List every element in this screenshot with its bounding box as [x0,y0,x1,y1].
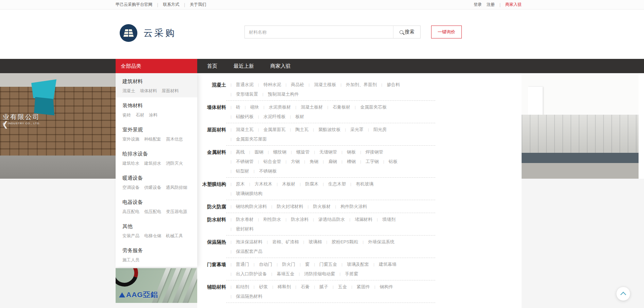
mega-link[interactable]: 混凝土板材 [301,104,323,110]
sidebar-sub-link[interactable]: 消防灭火 [166,161,183,166]
nav-item[interactable]: 商家入驻 [262,59,299,73]
mega-link[interactable]: 砂浆 [259,284,268,289]
logo[interactable]: 云采购 [120,24,176,42]
mega-link[interactable]: 铝板 [389,159,397,164]
mega-link[interactable]: 高线 [236,149,245,155]
mega-link[interactable]: 商品砼 [291,82,304,87]
mega-link[interactable]: 岩棉、矿渣棉 [272,239,299,244]
mega-link[interactable]: 腻子 [319,284,328,289]
sidebar-sub-link[interactable]: 机械工具 [166,233,183,239]
mega-link[interactable]: 水泥类板材 [269,104,291,110]
mega-link[interactable]: 方钢 [291,159,300,164]
login-link[interactable]: 登录 [474,2,482,7]
nav-item[interactable]: 最近上新 [225,59,262,73]
mega-link[interactable]: 建筑幕墙 [379,262,396,267]
sidebar-sub-link[interactable]: 瓷砖 [122,112,131,118]
register-link[interactable]: 注册 [487,2,495,7]
topbar-link[interactable]: 甲己云采购平台官网 [116,2,152,7]
mega-link[interactable]: 窗 [305,262,309,267]
mega-link[interactable]: 圆钢 [255,149,264,155]
mega-link[interactable]: 铝合金管 [264,159,281,164]
mega-link[interactable]: 密封材料 [236,226,254,231]
mega-link[interactable]: 外墙保温系统 [368,239,394,244]
mega-link[interactable]: 陶土瓦 [295,127,309,132]
mega-row-label[interactable]: 屋面材料 [197,125,226,147]
sidebar-sub-link[interactable]: 高压配电 [122,209,139,215]
sidebar-category[interactable]: 电器设备高压配电低压配电变压器电源 [116,194,197,218]
banner-slide-left[interactable]: 业有限公司 AL INDUSTRY CO., LTD. [0,73,116,179]
mega-link[interactable]: 螺旋管 [296,149,309,155]
mega-link[interactable]: 自动门 [259,262,272,267]
topbar-link[interactable]: 联系方式 [163,2,179,7]
nav-item[interactable]: 首页 [199,59,225,73]
mega-row-label[interactable]: 金属材料 [197,147,226,179]
mega-link[interactable]: 防火封堵材料 [277,204,303,209]
merchant-join-link[interactable]: 商家入驻 [505,2,522,7]
sidebar-sub-link[interactable]: 电梯仓储 [144,233,161,239]
mega-link[interactable]: 保温隔热材料 [236,294,262,299]
mega-link[interactable]: 手摇窗 [345,271,358,276]
mega-link[interactable]: 砖 [236,104,240,110]
mega-row-label[interactable]: 防水材料 [197,215,226,237]
mega-link[interactable]: 保温配套产品 [236,249,262,254]
sidebar-category[interactable]: 劳务服务施工人员 [116,242,197,266]
sidebar-sub-link[interactable]: 墙体材料 [140,88,157,94]
mega-row-label[interactable]: 防火防腐 [197,202,226,215]
mega-link[interactable]: 有机玻璃 [356,181,373,187]
sidebar-sub-link[interactable]: 建筑给水 [122,161,139,166]
mega-link[interactable]: 渗透结晶防水 [318,217,345,222]
banner-slide-right[interactable] [522,73,639,179]
sidebar-sub-link[interactable]: 安装产品 [122,233,139,239]
mega-link[interactable]: 玻璃及配套 [347,262,369,267]
mega-link[interactable]: 石膏 [301,284,309,289]
search-button[interactable]: 搜索 [393,26,420,38]
sidebar-sub-link[interactable]: 低压配电 [144,209,161,215]
mega-link[interactable]: 玻璃棉 [309,239,322,244]
mega-link[interactable]: 掺合料 [387,82,400,87]
mega-link[interactable]: 生态木塑 [328,181,346,187]
sidebar-sub-link[interactable]: 空调设备 [122,185,139,191]
sidebar-sub-link[interactable]: 石材 [136,112,144,118]
mega-link[interactable]: 构件防火涂料 [340,204,367,209]
topbar-link[interactable]: 关于我们 [190,2,206,7]
carousel-prev-icon[interactable]: ❮ [2,120,8,129]
sidebar-sub-link[interactable]: 种植配套 [144,136,161,142]
sidebar-sub-link[interactable]: 施工人员 [122,257,139,263]
sidebar-category[interactable]: 暖通设备空调设备供暖设备通风防排烟 [116,170,197,194]
sidebar-sub-link[interactable]: 涂料 [149,112,157,118]
search-input[interactable] [245,26,393,38]
mega-link[interactable]: 堵漏材料 [355,217,372,222]
sidebar-category[interactable]: 建筑材料混凝土墙体材料屋面材料 [116,73,197,97]
mega-link[interactable]: 石膏板材 [333,104,350,110]
mega-link[interactable]: 混凝土模板 [314,82,336,87]
mega-link[interactable]: 混凝土瓦 [236,127,254,132]
mega-link[interactable]: 消防排烟电动窗 [304,271,335,276]
mega-link[interactable]: 稀释剂 [278,284,291,289]
sidebar-category[interactable]: 室外景观室外设施种植配套苗木信息 [116,121,197,146]
mega-link[interactable]: 钢结构防火涂料 [236,204,267,209]
sidebar-sub-link[interactable]: 变压器电源 [166,209,187,215]
mega-row-label[interactable]: 混凝土 [197,80,226,102]
mega-link[interactable]: 金属屋面瓦 [264,127,286,132]
mega-link[interactable]: 防火板材 [313,204,331,209]
mega-link[interactable]: 变形缝装置 [236,92,258,97]
sidebar-sub-link[interactable]: 供暖设备 [144,185,161,191]
mega-link[interactable]: 螺纹钢 [273,149,287,155]
mega-link[interactable]: 出入口防护设备 [236,271,267,276]
sidebar-sub-link[interactable]: 混凝土 [122,88,135,94]
all-categories-button[interactable]: 全部品类 [116,59,197,73]
mega-link[interactable]: 槽钢 [347,159,356,164]
mega-link[interactable]: 板材 [295,114,304,119]
mega-row-label[interactable]: 辅助材料 [197,282,226,305]
ad-banner-aag[interactable]: AAG亞鋁 [116,268,197,303]
mega-link[interactable]: 防水卷材 [236,217,254,222]
mega-link[interactable]: 粘结剂 [236,284,249,289]
mega-link[interactable]: 刚性防水 [264,217,281,222]
mega-link[interactable]: 木板材 [282,181,295,187]
mega-row-label[interactable]: 门窗幕墙 [197,260,226,282]
mega-link[interactable]: 填缝剂 [382,217,395,222]
mega-link[interactable]: 钢板 [347,149,356,155]
mega-link[interactable]: 硅酸钙板 [236,114,254,119]
mega-link[interactable]: 焊接钢管 [366,149,383,155]
mega-row-label[interactable]: 墙体材料 [197,102,226,125]
